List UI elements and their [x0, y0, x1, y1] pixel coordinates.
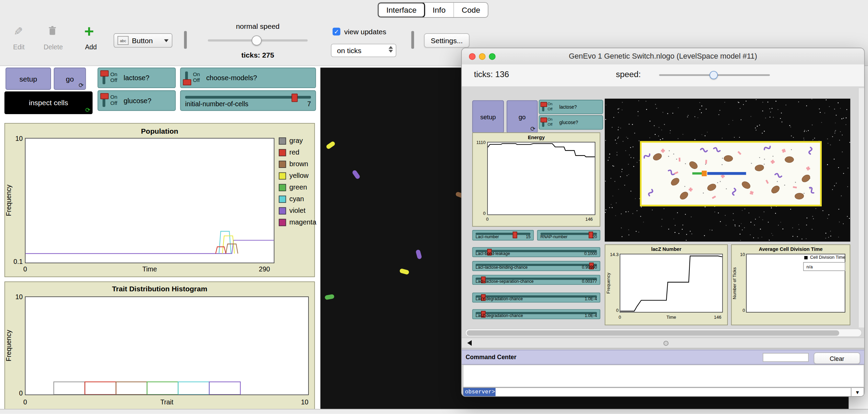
slider-handle[interactable]	[291, 94, 298, 102]
inspect-cells-button[interactable]: inspect cells ⟳	[4, 92, 93, 114]
scale-wrapper: Interface Info Code ✎ Edit Delete + Add …	[0, 0, 868, 414]
switch-label: lactose?	[124, 68, 149, 88]
switch-handle[interactable]	[540, 118, 547, 123]
slider-LacY-degradation-chance[interactable]: LacY-degradation-chance1.0E-4	[472, 293, 601, 303]
tab-info[interactable]: Info	[425, 3, 454, 17]
organism-cell[interactable]	[415, 249, 422, 259]
choose-models-switch[interactable]: OnOff choose-models?	[180, 68, 316, 88]
legend-swatch	[279, 149, 286, 156]
child-go-button[interactable]: go ⟳	[507, 100, 538, 133]
edit-button-label[interactable]: Edit	[7, 43, 31, 51]
y-max-tick: 10	[11, 293, 23, 301]
legend-label: violet	[289, 207, 305, 215]
observer-prompt[interactable]: observer>	[463, 388, 496, 396]
scrollbar-thumb[interactable]	[467, 330, 839, 336]
slider-value: 1.0E-4	[585, 296, 597, 302]
slider-LacI-number[interactable]: LacI-number15	[472, 230, 534, 241]
legend-label: Cell Division Time	[810, 255, 845, 260]
switch-handle[interactable]	[100, 93, 109, 99]
y-max-tick: 10	[734, 252, 745, 257]
switch-handle[interactable]	[540, 102, 547, 107]
slider-LacI-lactose-binding-chance[interactable]: LacI-lactose-binding-chance0.99990	[472, 261, 601, 271]
slider-label: initial-number-of-cells	[185, 100, 248, 108]
slider-value: 0.99990	[582, 265, 597, 270]
legend-item-cyan: cyan	[279, 195, 316, 203]
widget-chooser[interactable]: abc Button	[113, 33, 172, 48]
delete-button-label[interactable]: Delete	[40, 43, 67, 51]
switch-handle[interactable]	[183, 79, 191, 85]
split-pane-divider[interactable]	[462, 338, 865, 349]
slider-handle[interactable]	[513, 231, 517, 238]
plot-canvas-area	[25, 296, 309, 395]
command-input-row[interactable]: observer> ▼	[463, 387, 864, 397]
tab-code[interactable]: Code	[454, 3, 488, 17]
organism-cell[interactable]	[399, 268, 410, 275]
slider-LacZ-degradation-chance[interactable]: LacZ-degradation-chance1.0E-4	[472, 309, 601, 319]
horizontal-scrollbar[interactable]	[465, 329, 862, 337]
y-min-tick: 0	[734, 308, 745, 313]
child-setup-label: setup	[480, 113, 496, 120]
initial-number-of-cells-slider[interactable]: initial-number-of-cells 7	[180, 90, 316, 111]
slider-label: LacZ-degradation-chance	[475, 313, 523, 318]
command-center-title: Command Center	[466, 354, 516, 360]
organism-cell[interactable]	[326, 141, 336, 149]
plot-canvas-population	[25, 138, 274, 263]
update-mode-select[interactable]: on ticks	[331, 44, 396, 57]
command-center-field[interactable]	[763, 353, 809, 362]
command-center-output[interactable]	[463, 365, 864, 387]
x-max-tick: 146	[585, 217, 593, 222]
edit-icon[interactable]: ✎	[11, 26, 25, 36]
clear-button-label: Clear	[830, 355, 844, 362]
view-updates-checkbox[interactable]: ✓	[333, 28, 340, 36]
switch-on-off-labels: OnOff	[547, 102, 552, 111]
child-setup-button[interactable]: setup	[472, 100, 504, 133]
legend-swatch	[279, 172, 286, 179]
go-button[interactable]: go ⟳	[54, 68, 86, 90]
y-axis-label: Frequency	[606, 254, 611, 313]
glucose-switch[interactable]: OnOff glucose?	[98, 90, 176, 111]
tab-interface[interactable]: Interface	[377, 2, 425, 17]
add-button-label[interactable]: Add	[77, 43, 104, 51]
speed-slider-thumb[interactable]	[252, 35, 262, 45]
organism-cell[interactable]	[352, 169, 361, 180]
child-ticks-counter: ticks: 136	[474, 69, 509, 78]
setup-button[interactable]: setup	[5, 68, 51, 90]
forever-icon: ⟳	[79, 82, 84, 89]
energy-plot: Energy 1110 0 0 146	[472, 132, 601, 227]
plot-title: Energy	[473, 135, 600, 140]
collapse-arrow-icon[interactable]	[467, 340, 472, 346]
slider-label: LacI-bond-leakage	[475, 251, 510, 256]
child-glucose-switch[interactable]: OnOff glucose?	[539, 115, 603, 130]
clear-button[interactable]: Clear	[814, 352, 860, 364]
slider-LacI-lactose-separation-chance[interactable]: LacI-lactose-separation-chance0.00377	[472, 275, 601, 285]
child-speed-label: speed:	[616, 69, 641, 78]
slider-LacI-bond-leakage[interactable]: LacI-bond-leakage0.1000	[472, 247, 601, 257]
prompt-dropdown-button[interactable]: ▼	[851, 388, 864, 396]
add-icon[interactable]: +	[84, 22, 94, 41]
settings-button[interactable]: Settings...	[424, 33, 470, 48]
plot-canvas-energy	[488, 143, 595, 215]
plot-title: Average Cell Division Time	[732, 247, 849, 252]
series-lacZ	[620, 256, 722, 311]
child-world-view[interactable]	[605, 99, 850, 242]
legend-swatch	[279, 160, 286, 168]
child-speed-thumb[interactable]	[710, 71, 718, 79]
switch-handle[interactable]	[100, 70, 109, 76]
chevron-down-icon	[164, 39, 169, 42]
delete-icon[interactable]	[48, 25, 57, 38]
child-lactose-switch[interactable]: OnOff lactose?	[539, 100, 603, 114]
y-min-tick: 0.1	[11, 258, 23, 266]
plot-canvas-area	[487, 142, 595, 215]
organism-cell[interactable]	[325, 294, 335, 300]
plot-canvas-area	[25, 138, 275, 263]
legend-item-yellow: yellow	[279, 172, 316, 180]
slider-RNAP-number[interactable]: RNAP-number20	[537, 230, 600, 241]
lactose-switch[interactable]: OnOff lactose?	[98, 68, 176, 88]
legend-swatch	[279, 195, 286, 203]
divider-knob[interactable]	[663, 341, 668, 346]
slider-value: 1.0E-4	[585, 313, 597, 318]
vertical-scrollbar[interactable]	[858, 88, 865, 328]
plot-title: Population	[5, 127, 314, 135]
plot-canvas-trait	[25, 297, 308, 395]
switch-on-off-labels: OnOff	[110, 94, 118, 106]
